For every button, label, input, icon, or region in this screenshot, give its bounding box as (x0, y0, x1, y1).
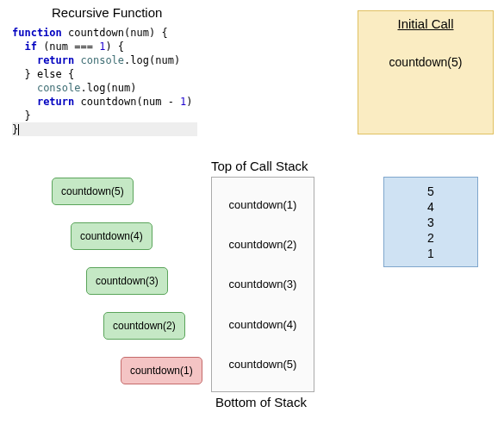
recursive-function-title: Recursive Function (52, 5, 162, 20)
output-line: 4 (427, 199, 434, 215)
stack-frame: countdown(3) (229, 278, 297, 290)
code-text: } (12, 109, 31, 122)
stack-frame: countdown(2) (229, 238, 297, 251)
code-block: function countdown(num) { if (num === 1)… (12, 26, 202, 136)
function-name: countdown (68, 27, 124, 39)
stack-frame: countdown(1) (229, 198, 297, 211)
keyword-if: if (24, 41, 36, 53)
code-text: ) (186, 96, 192, 108)
code-text: .log(num) (80, 82, 136, 94)
keyword-return: return (37, 96, 74, 108)
output-line: 1 (427, 246, 434, 261)
stack-frame: countdown(4) (229, 318, 297, 331)
keyword-return: return (37, 54, 74, 66)
initial-call-box: Initial Call countdown(5) (358, 10, 494, 134)
recursive-call-pill: countdown(5) (52, 178, 134, 205)
code-text: .log(num) (124, 54, 180, 66)
recursive-call-pill: countdown(2) (103, 312, 185, 340)
recursive-call-pill: countdown(4) (71, 222, 152, 250)
code-text: } else { (24, 68, 74, 80)
initial-call-value: countdown(5) (358, 55, 493, 69)
bottom-of-stack-label: Bottom of Stack (215, 395, 307, 409)
keyword-function: function (12, 27, 62, 39)
code-text: (num === (37, 41, 99, 53)
console-obj: console (37, 82, 81, 94)
call-stack-box: countdown(1)countdown(2)countdown(3)coun… (211, 177, 314, 392)
code-text: countdown(num - (74, 96, 180, 108)
output-box: 54321 (383, 177, 478, 267)
initial-call-title: Initial Call (358, 16, 493, 31)
code-last-line: } (12, 122, 197, 136)
output-line: 3 (427, 215, 434, 230)
code-text: } (12, 123, 18, 135)
recursive-call-pill: countdown(1) (121, 357, 202, 384)
code-text: (num) { (124, 27, 168, 39)
cursor-icon (18, 124, 19, 135)
output-line: 2 (427, 230, 434, 246)
stack-frame: countdown(5) (229, 358, 297, 371)
code-text: ) { (105, 41, 124, 53)
console-obj: console (81, 54, 125, 66)
top-of-stack-label: Top of Call Stack (211, 159, 308, 173)
recursive-call-pill: countdown(3) (86, 267, 168, 295)
output-line: 5 (427, 184, 434, 199)
